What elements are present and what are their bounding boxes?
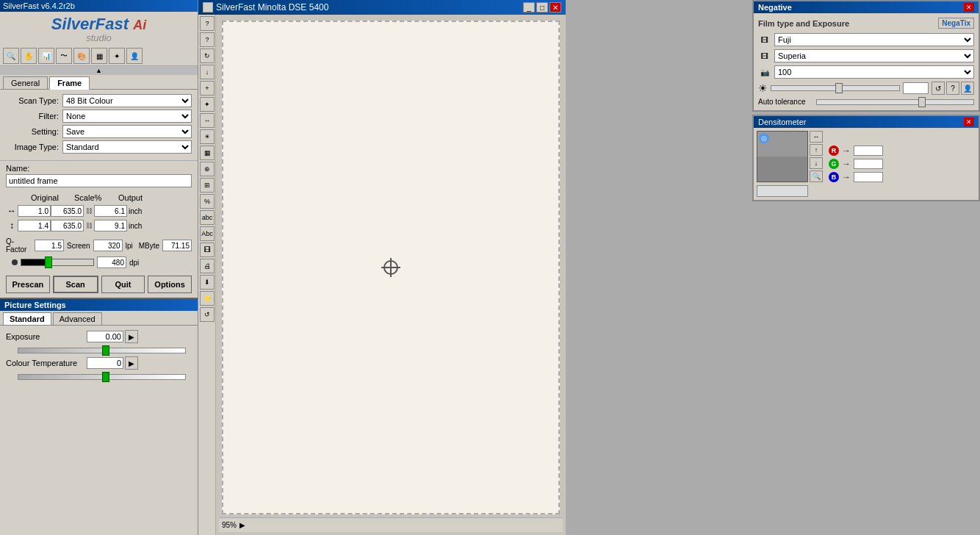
side-tool-question[interactable]: ? — [200, 16, 215, 31]
exposure-input[interactable] — [87, 331, 123, 342]
colour-temp-input[interactable] — [87, 357, 123, 369]
brand-select[interactable]: Fuji — [774, 33, 974, 46]
dim-width-output[interactable] — [94, 205, 127, 217]
iso-icon: 📷 — [758, 65, 771, 79]
side-tool-plus[interactable]: + — [200, 81, 215, 96]
side-tool-question2[interactable]: ? — [200, 32, 215, 47]
maximize-button[interactable]: □ — [536, 2, 548, 12]
densi-nav-arrows-btn[interactable]: ↔ — [810, 131, 823, 143]
side-tool-sun[interactable]: ☀ — [200, 129, 215, 144]
tab-frame[interactable]: Frame — [49, 76, 90, 90]
tool-magnify[interactable]: 🔍 — [3, 48, 19, 64]
minimize-button[interactable]: _ — [523, 2, 535, 12]
side-tool-abc[interactable]: abc — [200, 210, 215, 225]
left-panel-title: SilverFast v6.4.2r2b — [3, 1, 75, 10]
ps-tab-advanced[interactable]: Advanced — [53, 312, 102, 325]
dpi-slider-handle[interactable] — [45, 256, 52, 268]
side-tool-down[interactable]: ↓ — [200, 65, 215, 79]
dpi-input[interactable] — [97, 256, 126, 268]
options-button[interactable]: Options — [148, 276, 192, 293]
exposure-slider-handle[interactable] — [102, 345, 109, 356]
tool-move[interactable]: ✋ — [21, 48, 37, 64]
exposure-panel-value[interactable] — [903, 82, 929, 94]
colour-temp-slider-handle[interactable] — [102, 372, 109, 382]
tool-histogram[interactable]: 📊 — [38, 48, 54, 64]
auto-tolerance-slider[interactable] — [816, 99, 974, 105]
exposure-slider[interactable] — [18, 348, 186, 353]
side-tool-expand[interactable]: ⊞ — [200, 178, 215, 193]
prescan-button[interactable]: Prescan — [6, 276, 50, 293]
dpi-slider[interactable] — [21, 259, 94, 266]
film-select[interactable]: Superia — [774, 49, 974, 62]
right-panels: Negative ✕ Film type and Exposure NegaTi… — [752, 0, 980, 201]
dim-height-original[interactable] — [18, 220, 51, 231]
exp-reset-btn[interactable]: ↺ — [932, 82, 945, 95]
dim-height-scale[interactable] — [51, 220, 84, 231]
side-tool-asterisk[interactable]: ✦ — [200, 97, 215, 112]
scan-type-select[interactable]: 48 Bit Colour — [62, 94, 192, 107]
scanner-bottom: 95% ▶ — [219, 517, 563, 532]
scan-type-label: Scan Type: — [6, 96, 59, 105]
scanner-preview-area[interactable] — [222, 21, 560, 514]
negative-close-button[interactable]: ✕ — [964, 3, 974, 12]
side-tool-magicwand[interactable]: ⊕ — [200, 162, 215, 176]
screen-input[interactable] — [93, 240, 123, 251]
dim-width-row: ↔ ⛓ inch — [6, 205, 149, 217]
image-type-select[interactable]: Standard — [62, 140, 192, 154]
side-tool-refresh[interactable]: ↺ — [200, 307, 215, 322]
dim-width-original[interactable] — [18, 205, 51, 217]
colour-temp-label: Colour Temperature — [6, 359, 87, 367]
densitometer-close-button[interactable]: ✕ — [964, 118, 974, 126]
densitometer-title: Densitometer — [758, 118, 806, 126]
picture-settings-title: Picture Settings — [0, 299, 198, 311]
side-tool-arrows[interactable]: ↔ — [200, 113, 215, 128]
side-tool-abc2[interactable]: Abc — [200, 226, 215, 241]
exposure-panel-handle[interactable] — [835, 83, 843, 93]
densi-nav-up-btn[interactable]: ↑ — [810, 144, 823, 156]
dpi-row: dpi — [6, 255, 192, 270]
side-tool-print[interactable]: 🖨 — [200, 259, 215, 273]
name-input[interactable] — [6, 174, 192, 187]
iso-select[interactable]: 100 — [774, 65, 974, 79]
exp-question-btn[interactable]: ? — [946, 82, 959, 95]
collapse-arrow[interactable]: ▲ — [0, 66, 198, 75]
colour-temp-slider[interactable] — [18, 374, 186, 380]
densitometer-panel: Densitometer ✕ ◎ ↔ ↑ ↓ 🔍 — [752, 115, 980, 201]
colour-temp-arrow-btn[interactable]: ▶ — [125, 356, 138, 370]
channel-g-dot: G — [829, 159, 839, 169]
auto-tolerance-handle[interactable] — [918, 97, 926, 107]
side-tool-star[interactable]: ⭐ — [200, 291, 215, 306]
tool-color[interactable]: 🎨 — [73, 48, 90, 64]
quit-button[interactable]: Quit — [101, 276, 145, 293]
channel-b-arrow: → — [842, 172, 851, 182]
close-button[interactable]: ✕ — [550, 2, 561, 12]
dim-width-scale[interactable] — [51, 205, 84, 217]
scanner-side-tools: ? ? ↻ ↓ + ✦ ↔ ☀ ▦ ⊕ ⊞ % abc Abc 🎞 🖨 ⬇ ⭐ … — [198, 15, 216, 535]
tab-general[interactable]: General — [3, 76, 48, 89]
tool-gradient[interactable]: ▦ — [91, 48, 107, 64]
side-tool-filmstrip[interactable]: 🎞 — [200, 243, 215, 257]
mbyte-input[interactable] — [162, 240, 192, 251]
tool-sharpen[interactable]: ✦ — [109, 48, 125, 64]
exp-face-btn[interactable]: 👤 — [961, 82, 974, 95]
side-tool-grid[interactable]: ▦ — [200, 146, 215, 160]
side-tool-rotate[interactable]: ↻ — [200, 49, 215, 63]
zoom-arrow: ▶ — [239, 521, 245, 529]
exposure-panel-slider[interactable] — [771, 85, 900, 91]
densi-nav-down-btn[interactable]: ↓ — [810, 157, 823, 169]
side-tool-percentage[interactable]: % — [200, 194, 215, 209]
channel-r-row: R → — [829, 146, 883, 156]
main-scanner-window: SilverFast Minolta DSE 5400 _ □ ✕ ? ? ↻ … — [198, 0, 566, 535]
qfactor-input[interactable] — [35, 240, 64, 251]
exposure-arrow-btn[interactable]: ▶ — [125, 330, 138, 343]
densi-zoom-btn[interactable]: 🔍 — [810, 170, 823, 182]
tool-curve[interactable]: 〜 — [56, 48, 72, 64]
tool-face[interactable]: 👤 — [126, 48, 143, 64]
ps-tab-standard[interactable]: Standard — [3, 312, 51, 325]
densi-channels-section: R → G → B → — [826, 131, 883, 197]
side-tool-download[interactable]: ⬇ — [200, 275, 215, 290]
setting-select[interactable]: Save — [62, 125, 192, 138]
filter-select[interactable]: None — [62, 109, 192, 123]
scan-button[interactable]: Scan — [53, 276, 98, 293]
dim-height-output[interactable] — [94, 220, 127, 231]
